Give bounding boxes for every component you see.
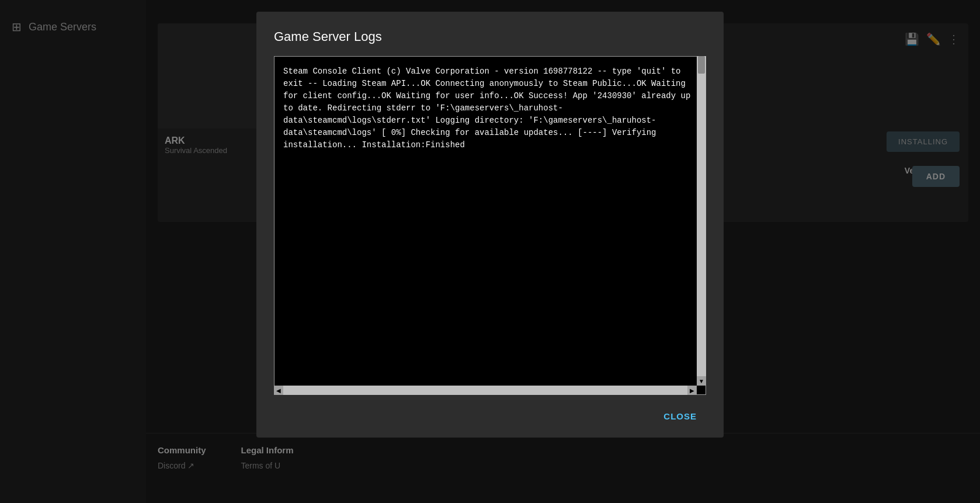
scrollbar-thumb-v: [698, 56, 705, 74]
modal-overlay: Game Server Logs Steam Console Client (c…: [0, 0, 980, 503]
scroll-down-arrow[interactable]: ▼: [697, 376, 706, 386]
modal-footer: CLOSE: [274, 407, 706, 426]
vertical-scrollbar[interactable]: [697, 56, 706, 386]
log-container[interactable]: Steam Console Client (c) Valve Corporati…: [274, 56, 706, 395]
horizontal-scrollbar[interactable]: ◀ ▶: [274, 386, 697, 395]
modal-dialog: Game Server Logs Steam Console Client (c…: [256, 12, 724, 438]
modal-title: Game Server Logs: [274, 29, 706, 44]
log-content: Steam Console Client (c) Valve Corporati…: [274, 57, 706, 394]
log-wrapper: Steam Console Client (c) Valve Corporati…: [274, 56, 706, 395]
scroll-right-arrow[interactable]: ▶: [687, 386, 697, 395]
close-button[interactable]: CLOSE: [654, 407, 706, 426]
scroll-left-arrow[interactable]: ◀: [274, 386, 283, 395]
